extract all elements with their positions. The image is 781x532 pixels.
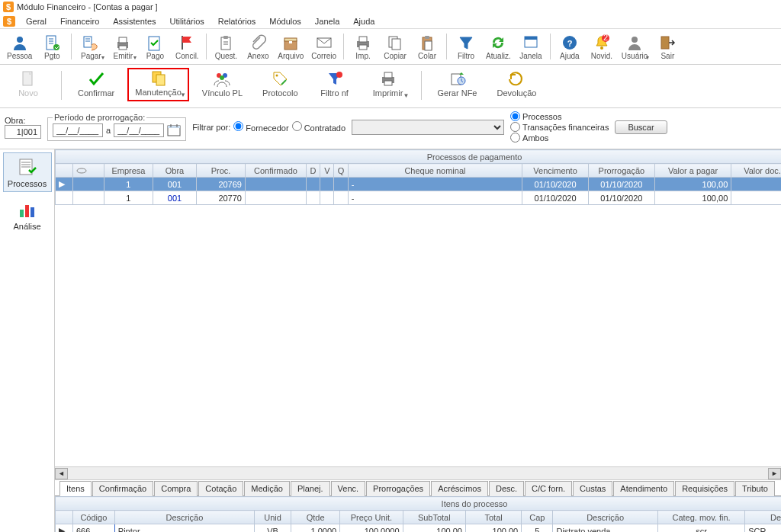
tb2-confirmar[interactable]: Confirmar — [71, 68, 121, 101]
tab-requisições[interactable]: Requisições — [675, 481, 734, 496]
col-header[interactable]: Código — [72, 511, 114, 524]
col-header[interactable]: Vencimento — [522, 164, 589, 178]
tab-cotação[interactable]: Cotação — [198, 481, 243, 496]
col-header[interactable]: Unid — [254, 511, 291, 524]
menu-assistentes[interactable]: Assistentes — [107, 15, 162, 27]
filter-select[interactable] — [352, 120, 504, 135]
tb-ajuda[interactable]: ?Ajuda — [554, 30, 586, 62]
col-header[interactable]: Valor doc. fiscal — [731, 164, 781, 178]
col-header[interactable]: Empresa — [104, 164, 153, 178]
tab-planej.[interactable]: Planej. — [291, 481, 330, 496]
col-header[interactable]: Descrição — [114, 511, 254, 524]
tb2-manutenção[interactable]: Manutenção▼ — [127, 68, 189, 101]
tab-custas[interactable]: Custas — [573, 481, 612, 496]
date-from-input[interactable] — [53, 123, 103, 137]
tab-itens[interactable]: Itens — [59, 481, 92, 496]
menu-financeiro[interactable]: Financeiro — [54, 15, 105, 27]
menu-geral[interactable]: Geral — [20, 15, 53, 27]
svg-rect-12 — [289, 41, 292, 43]
table-row[interactable]: ▶666PintorVB1,0000100,0000100,00100,005D… — [56, 524, 782, 533]
col-header[interactable]: Proc. — [197, 164, 246, 178]
radio-processos[interactable]: Processos — [510, 111, 609, 121]
tb-novid.[interactable]: 2Novid. — [586, 30, 618, 62]
tb2-filtro nf[interactable]: Filtro nf — [311, 68, 358, 101]
col-header[interactable]: Obra — [153, 164, 196, 178]
sidetab-analise[interactable]: Análise — [3, 195, 52, 235]
tb2-gerar nfe[interactable]: Gerar NFe — [431, 68, 484, 101]
tab-confirmação[interactable]: Confirmação — [92, 481, 153, 496]
tab-desc.[interactable]: Desc. — [489, 481, 524, 496]
tab-atendimento[interactable]: Atendimento — [613, 481, 674, 496]
table-row[interactable]: ▶100120769-01/10/202001/10/2020100,000,0… — [56, 178, 782, 191]
radio-transacoes[interactable]: Transações financeiras — [510, 122, 609, 132]
col-header[interactable]: Preço Unit. — [340, 511, 403, 524]
tb-atualiz.[interactable]: Atualiz. — [482, 30, 515, 62]
tb-sair[interactable]: Sair — [651, 30, 683, 62]
col-header[interactable]: Cap — [522, 511, 553, 524]
menu-utilitarios[interactable]: Utilitários — [164, 15, 211, 27]
tb-copiar[interactable]: Copiar — [379, 30, 411, 62]
tb-pgto[interactable]: Pgto — [36, 30, 68, 62]
tb-emitir[interactable]: Emitir▼ — [107, 30, 139, 62]
tb-concil.[interactable]: Concil. — [171, 30, 203, 62]
radio-ambos[interactable]: Ambos — [510, 133, 609, 143]
col-header[interactable]: Prorrogação — [588, 164, 654, 178]
tab-compra[interactable]: Compra — [154, 481, 198, 496]
col-header[interactable] — [56, 511, 73, 524]
itens-grid[interactable]: Itens do processo CódigoDescriçãoUnidQtd… — [55, 496, 781, 532]
tb-filtro[interactable]: Filtro — [450, 30, 482, 62]
tab-prorrogações[interactable]: Prorrogações — [366, 481, 430, 496]
tb-arquivo[interactable]: Arquivo — [274, 30, 307, 62]
tb2-vínculo pl[interactable]: Vínculo PL — [195, 68, 249, 101]
col-header[interactable]: Qtde — [291, 511, 340, 524]
tb2-novo[interactable]: Novo — [5, 68, 52, 101]
tb-usuário[interactable]: Usuário▼ — [618, 30, 651, 62]
tb2-devolução[interactable]: Devolução — [490, 68, 544, 101]
svg-point-52 — [77, 168, 86, 173]
tb2-imprimir[interactable]: Imprimir▼ — [365, 68, 412, 101]
tab-c/c forn.[interactable]: C/C forn. — [525, 481, 572, 496]
tb-imp.[interactable]: Imp. — [347, 30, 379, 62]
col-header[interactable]: V — [320, 164, 334, 178]
svg-rect-41 — [384, 81, 392, 85]
tb2-protocolo[interactable]: Protocolo — [256, 68, 304, 101]
menu-ajuda[interactable]: Ajuda — [347, 15, 381, 27]
sidetab-processos[interactable]: Processos — [3, 152, 52, 192]
col-header[interactable]: Descrição — [553, 511, 657, 524]
tab-venc.[interactable]: Venc. — [331, 481, 366, 496]
obra-input[interactable] — [5, 125, 41, 139]
tab-medição[interactable]: Medição — [244, 481, 290, 496]
radio-fornecedor[interactable]: Fornecedor — [233, 121, 288, 133]
col-header[interactable] — [56, 164, 73, 178]
tb-colar[interactable]: Colar — [411, 30, 443, 62]
calendar-icon[interactable] — [167, 123, 181, 137]
col-header[interactable]: D — [306, 164, 320, 178]
tab-tributo[interactable]: Tributo — [735, 481, 775, 496]
col-header[interactable]: Valor a pagar — [654, 164, 731, 178]
col-header[interactable]: Confirmado — [245, 164, 306, 178]
tb-janela[interactable]: Janela — [515, 30, 547, 62]
menu-relatorios[interactable]: Relatórios — [212, 15, 262, 27]
tb-quest.[interactable]: Quest. — [210, 30, 242, 62]
table-row[interactable]: 100120770-01/10/202001/10/2020100,000,00 — [56, 191, 782, 205]
col-header[interactable]: Q — [334, 164, 348, 178]
tb-pessoa[interactable]: Pessoa — [3, 30, 36, 62]
col-header[interactable]: Cheque nominal — [348, 164, 522, 178]
tb-anexo[interactable]: Anexo — [242, 30, 274, 62]
date-to-input[interactable] — [114, 123, 164, 137]
radio-contratado[interactable]: Contratado — [292, 121, 346, 133]
col-header[interactable]: SubTotal — [403, 511, 465, 524]
processos-grid[interactable]: Processos de pagamento EmpresaObraProc.C… — [55, 149, 781, 205]
tab-acréscimos[interactable]: Acréscimos — [431, 481, 488, 496]
col-header[interactable]: Categ. mov. fin. — [657, 511, 744, 524]
col-header[interactable]: Total — [466, 511, 522, 524]
menu-modulos[interactable]: Módulos — [263, 15, 307, 27]
tb-correio[interactable]: Correio — [307, 30, 340, 62]
col-header[interactable] — [72, 164, 104, 178]
h-scrollbar[interactable]: ◄► — [55, 466, 781, 479]
col-header[interactable]: Descrição Categ. mov. fin. — [745, 511, 781, 524]
tb-pago[interactable]: Pago — [139, 30, 171, 62]
tb-pagar[interactable]: Pagar▼ — [75, 30, 107, 62]
buscar-button[interactable]: Buscar — [615, 120, 667, 134]
menu-janela[interactable]: Janela — [309, 15, 346, 27]
